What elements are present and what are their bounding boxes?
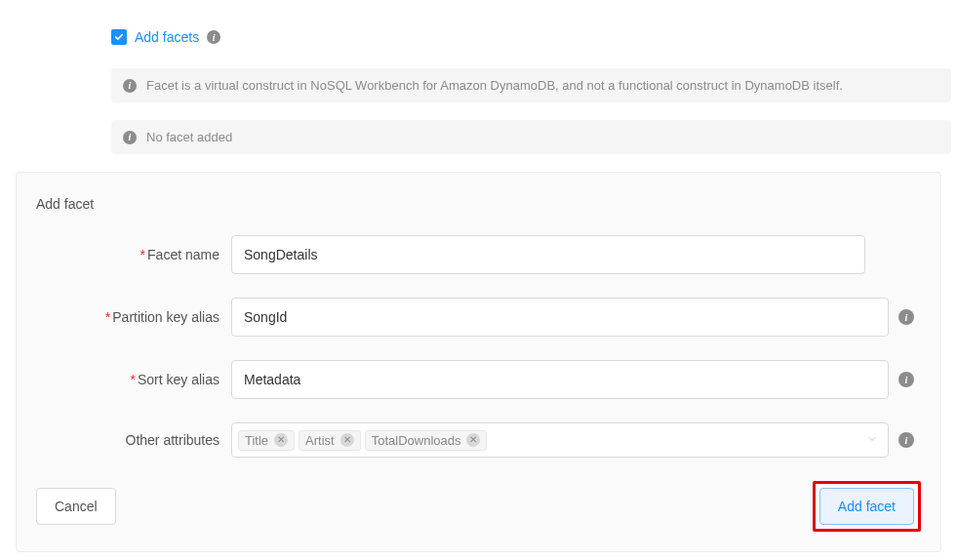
facet-description-text: Facet is a virtual construct in NoSQL Wo… [146,78,843,93]
check-icon [114,32,124,42]
add-facets-toggle-row: Add facets i [111,29,957,45]
info-icon[interactable]: i [898,372,914,387]
info-icon[interactable]: i [898,432,914,448]
other-attributes-label: Other attributes [36,432,231,448]
add-facet-highlight: Add facet [813,481,921,532]
add-facets-label[interactable]: Add facets [135,29,199,45]
sort-key-input[interactable] [231,360,889,399]
attribute-tag: Artist ✕ [299,430,361,451]
panel-button-row: Cancel Add facet [36,481,921,532]
other-attributes-select[interactable]: Title ✕ Artist ✕ TotalDownloads ✕ [231,422,889,458]
remove-tag-icon[interactable]: ✕ [340,433,354,447]
partition-key-row: *Partition key alias i [36,298,921,337]
attribute-tag-label: Artist [305,433,335,448]
info-icon: i [123,79,137,93]
no-facet-bar: i No facet added [111,120,951,154]
no-facet-text: No facet added [146,130,232,144]
remove-tag-icon[interactable]: ✕ [274,433,288,447]
sort-key-row: *Sort key alias i [36,360,921,399]
remove-tag-icon[interactable]: ✕ [466,433,480,447]
cancel-button[interactable]: Cancel [36,488,116,525]
add-facets-checkbox[interactable] [111,29,127,45]
facet-name-row: *Facet name [36,235,921,274]
panel-title: Add facet [36,196,921,212]
add-facet-button[interactable]: Add facet [819,488,914,525]
partition-key-label: *Partition key alias [36,309,231,325]
partition-key-input[interactable] [231,298,889,337]
attribute-tag: TotalDownloads ✕ [365,430,488,451]
facet-description-bar: i Facet is a virtual construct in NoSQL … [111,68,951,102]
attribute-tag-label: TotalDownloads [372,433,461,448]
info-icon[interactable]: i [898,309,914,325]
chevron-down-icon [866,432,878,448]
other-attributes-row: Other attributes Title ✕ Artist ✕ TotalD… [36,422,921,458]
facet-name-label: *Facet name [36,247,231,262]
add-facet-panel: Add facet *Facet name *Partition key ali… [16,172,941,552]
attribute-tag: Title ✕ [238,430,295,451]
info-icon[interactable]: i [207,30,220,44]
attribute-tag-label: Title [245,433,268,448]
info-icon: i [123,131,137,144]
facet-name-input[interactable] [231,235,865,274]
sort-key-label: *Sort key alias [36,372,231,387]
